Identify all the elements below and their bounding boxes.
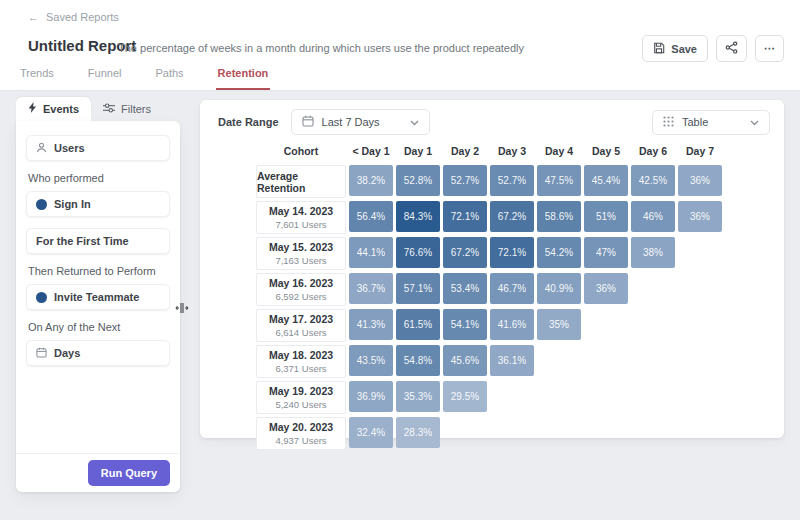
back-link[interactable]: ← Saved Reports	[28, 11, 119, 23]
report-tabs: TrendsFunnelPathsRetention	[18, 67, 270, 90]
more-button[interactable]: ⋯	[755, 35, 784, 62]
empty-cell	[678, 381, 722, 414]
row-label: Sign In	[54, 198, 91, 210]
column-header-day-7: Day 7	[678, 142, 722, 160]
retention-cell[interactable]: 52.7%	[443, 165, 487, 196]
retention-cell[interactable]: 43.5%	[349, 345, 393, 376]
empty-cell	[678, 345, 722, 378]
builder-row-days[interactable]: Days	[26, 340, 170, 366]
panel-resize-handle[interactable]	[175, 300, 189, 318]
empty-cell	[631, 273, 675, 306]
run-query-button[interactable]: Run Query	[88, 460, 170, 486]
retention-cell[interactable]: 42.5%	[631, 165, 675, 196]
retention-cell[interactable]: 36%	[584, 273, 628, 304]
retention-cell[interactable]: 36%	[678, 201, 722, 232]
tab-trends[interactable]: Trends	[18, 67, 56, 90]
retention-cell[interactable]: 57.1%	[396, 273, 440, 304]
sidebar-tab-filters[interactable]: Filters	[91, 98, 163, 121]
report-description: The percentage of weeks in a month durin…	[118, 42, 524, 54]
retention-cell[interactable]: 67.2%	[443, 237, 487, 268]
cohort-name: May 18. 2023	[269, 349, 333, 361]
retention-cell[interactable]: 41.3%	[349, 309, 393, 340]
retention-cell[interactable]: 36%	[678, 165, 722, 196]
retention-cell[interactable]: 52.8%	[396, 165, 440, 196]
report-panel: Date Range Last 7 Days Table Cohort< Day…	[200, 100, 784, 438]
retention-cell[interactable]: 44.1%	[349, 237, 393, 268]
tab-retention[interactable]: Retention	[216, 67, 271, 90]
retention-cell[interactable]: 76.6%	[396, 237, 440, 268]
retention-cell[interactable]: 45.6%	[443, 345, 487, 376]
retention-cell[interactable]: 38.2%	[349, 165, 393, 196]
retention-cell[interactable]: 56.4%	[349, 201, 393, 232]
query-builder-body: UsersWho performedSign InFor the First T…	[16, 121, 180, 366]
retention-cell[interactable]: 67.2%	[490, 201, 534, 232]
retention-cell[interactable]: 54.2%	[537, 237, 581, 268]
retention-cell[interactable]: 28.3%	[396, 417, 440, 448]
retention-cell[interactable]: 61.5%	[396, 309, 440, 340]
cohort-name: May 17. 2023	[269, 313, 333, 325]
empty-cell	[678, 237, 722, 270]
query-builder-panel: UsersWho performedSign InFor the First T…	[16, 121, 180, 492]
more-icon: ⋯	[764, 42, 775, 55]
retention-cell[interactable]: 35%	[537, 309, 581, 340]
retention-cell[interactable]: 72.1%	[443, 201, 487, 232]
event-row-sign-in[interactable]: Sign In	[26, 191, 170, 217]
retention-cell[interactable]: 52.7%	[490, 165, 534, 196]
date-range-select[interactable]: Last 7 Days	[291, 109, 430, 135]
column-header-day-1: < Day 1	[349, 142, 393, 160]
retention-cell[interactable]: 47%	[584, 237, 628, 268]
row-label: Users	[54, 142, 85, 154]
retention-cell[interactable]: 38%	[631, 237, 675, 268]
empty-cell	[584, 345, 628, 378]
date-range-label: Date Range	[218, 116, 279, 128]
retention-cell[interactable]: 41.6%	[490, 309, 534, 340]
retention-cell[interactable]: 84.3%	[396, 201, 440, 232]
event-row-invite-teammate[interactable]: Invite Teammate	[26, 284, 170, 310]
cohort-name: May 16. 2023	[269, 277, 333, 289]
cohort-size: 6,371 Users	[275, 363, 326, 374]
header: ← Saved Reports Untitled Report The perc…	[0, 0, 800, 91]
retention-cell[interactable]: 54.8%	[396, 345, 440, 376]
sidebar-tab-events[interactable]: Events	[16, 97, 91, 121]
cohort-size: 7,163 Users	[275, 255, 326, 266]
cohort-label-cell: May 19. 20235,240 Users	[256, 381, 346, 414]
cohort-size: 5,240 Users	[275, 399, 326, 410]
retention-cell[interactable]: 46%	[631, 201, 675, 232]
retention-cell[interactable]: 36.9%	[349, 381, 393, 412]
retention-cell[interactable]: 36.1%	[490, 345, 534, 376]
retention-cell[interactable]: 46.7%	[490, 273, 534, 304]
retention-cell[interactable]: 51%	[584, 201, 628, 232]
view-select[interactable]: Table	[652, 110, 770, 135]
tab-paths[interactable]: Paths	[153, 67, 185, 90]
column-header-day-4: Day 4	[537, 142, 581, 160]
retention-cell[interactable]: 35.3%	[396, 381, 440, 412]
column-header-cohort: Cohort	[256, 142, 346, 160]
retention-cell[interactable]: 58.6%	[537, 201, 581, 232]
retention-cell[interactable]: 53.4%	[443, 273, 487, 304]
retention-cell[interactable]: 32.4%	[349, 417, 393, 448]
retention-cell[interactable]: 72.1%	[490, 237, 534, 268]
retention-cell[interactable]: 45.4%	[584, 165, 628, 196]
save-button[interactable]: Save	[642, 35, 708, 62]
retention-cell[interactable]: 40.9%	[537, 273, 581, 304]
retention-cell[interactable]: 54.1%	[443, 309, 487, 340]
cohort-name: Average Retention	[257, 170, 345, 194]
retention-cell[interactable]: 29.5%	[443, 381, 487, 412]
section-label-then-returned-to-perform: Then Returned to Perform	[28, 265, 168, 277]
calendar-icon	[302, 115, 314, 129]
back-arrow-icon: ←	[28, 11, 39, 23]
retention-cell[interactable]: 36.7%	[349, 273, 393, 304]
empty-cell	[584, 381, 628, 414]
cohort-name: May 14. 2023	[269, 205, 333, 217]
builder-row-users[interactable]: Users	[26, 135, 170, 161]
builder-row-for-the-first-time[interactable]: For the First Time	[26, 228, 170, 254]
cohort-name: May 20. 2023	[269, 421, 333, 433]
tab-funnel[interactable]: Funnel	[86, 67, 124, 90]
back-label: Saved Reports	[46, 11, 119, 23]
empty-cell	[631, 345, 675, 378]
cohort-label-cell: May 17. 20236,614 Users	[256, 309, 346, 342]
empty-cell	[537, 381, 581, 414]
retention-cell[interactable]: 47.5%	[537, 165, 581, 196]
cohort-size: 4,937 Users	[275, 435, 326, 446]
share-button[interactable]	[716, 35, 747, 62]
